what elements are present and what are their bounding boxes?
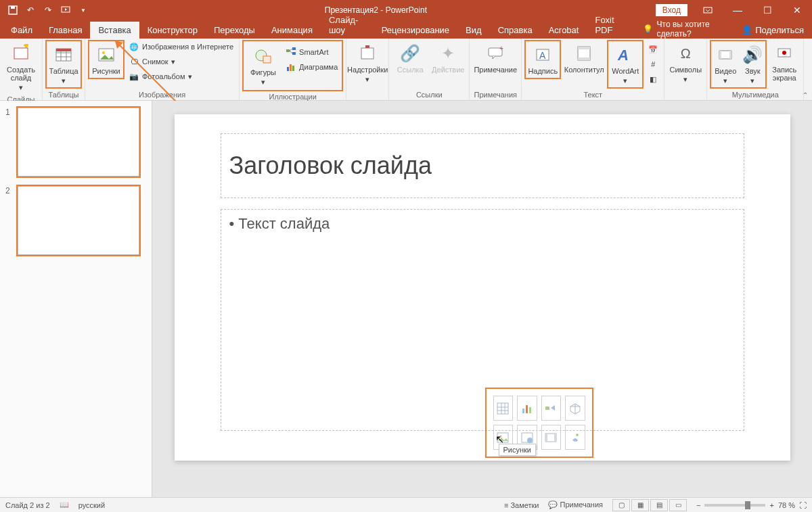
normal-view-icon[interactable]: ▢ xyxy=(612,499,630,511)
date-time-button[interactable]: 📅 xyxy=(645,43,661,56)
zoom-level[interactable]: 78 % xyxy=(778,501,795,509)
group-links: 🔗 Ссылка ✦ Действие Ссылки xyxy=(389,39,470,100)
insert-chart-icon[interactable] xyxy=(517,396,537,421)
symbols-button[interactable]: Ω Символы ▾ xyxy=(667,40,704,86)
undo-icon[interactable]: ↶ xyxy=(23,3,38,18)
object-button[interactable]: ◧ xyxy=(645,72,661,86)
comments-button[interactable]: 💬 Примечания xyxy=(548,501,603,509)
photo-album-icon: 📷 xyxy=(129,71,139,82)
tab-review[interactable]: Рецензирование xyxy=(374,22,457,39)
svg-text:A: A xyxy=(617,47,629,64)
online-pictures-button[interactable]: 🌐Изображения в Интернете xyxy=(126,40,236,53)
tab-view[interactable]: Вид xyxy=(457,22,490,39)
tab-acrobat[interactable]: Acrobat xyxy=(541,22,587,39)
smartart-button[interactable]: SmartArt xyxy=(283,45,340,59)
svg-text:A: A xyxy=(539,50,546,61)
close-icon[interactable]: ✕ xyxy=(782,0,812,20)
quick-access-toolbar: ↶ ↷ ▼ xyxy=(0,3,96,18)
addins-button[interactable]: Надстройки ▾ xyxy=(349,40,386,86)
svg-rect-46 xyxy=(522,409,524,413)
status-bar: Слайд 2 из 2 📖 русский ≡ Заметки 💬 Приме… xyxy=(0,497,812,512)
tab-transitions[interactable]: Переходы xyxy=(206,22,263,39)
pictures-button[interactable]: Рисунки xyxy=(88,40,125,79)
svg-rect-49 xyxy=(545,406,549,410)
spellcheck-icon[interactable]: 📖 xyxy=(60,501,69,509)
svg-rect-17 xyxy=(292,47,296,50)
insert-table-icon[interactable] xyxy=(493,396,514,421)
slideshow-view-icon[interactable]: ▭ xyxy=(669,499,687,511)
table-button[interactable]: Таблица ▾ xyxy=(45,40,82,89)
tab-foxit[interactable]: Foxit PDF xyxy=(587,11,634,39)
svg-rect-31 xyxy=(578,47,590,49)
title-text: Заголовок слайда xyxy=(229,152,432,180)
svg-rect-36 xyxy=(729,51,731,59)
qat-customize-icon[interactable]: ▼ xyxy=(76,3,91,18)
screen-recording-button[interactable]: Запись экрана xyxy=(768,40,800,85)
group-images: Рисунки 🌐Изображения в Интернете 🖵Снимок… xyxy=(85,39,240,100)
tab-slideshow[interactable]: Слайд-шоу xyxy=(321,11,374,39)
zoom-in-icon[interactable]: + xyxy=(769,501,773,509)
start-slideshow-icon[interactable] xyxy=(58,3,73,18)
title-placeholder[interactable]: Заголовок слайда xyxy=(221,133,744,198)
textbox-button[interactable]: A Надпись xyxy=(524,40,561,79)
video-button[interactable]: Видео ▾ xyxy=(711,41,740,87)
tab-animation[interactable]: Анимация xyxy=(263,22,321,39)
fit-to-window-icon[interactable]: ⛶ xyxy=(799,501,807,509)
sorter-view-icon[interactable]: ▦ xyxy=(631,499,649,511)
tab-help[interactable]: Справка xyxy=(490,22,541,39)
zoom-slider[interactable] xyxy=(704,504,765,507)
svg-rect-24 xyxy=(361,48,374,59)
group-slides: Создать слайд ▾ Слайды xyxy=(0,39,43,100)
slide-number-button[interactable]: # xyxy=(645,57,661,71)
insert-icon-icon[interactable] xyxy=(565,425,585,450)
reading-view-icon[interactable]: ▤ xyxy=(650,499,668,511)
tab-insert[interactable]: Вставка xyxy=(90,22,139,39)
svg-rect-48 xyxy=(529,407,531,413)
photo-album-button[interactable]: 📷Фотоальбом ▾ xyxy=(126,70,236,83)
share-button[interactable]: 👤 Поделиться xyxy=(734,22,812,39)
maximize-icon[interactable]: ☐ xyxy=(752,0,782,20)
chart-button[interactable]: Диаграмма xyxy=(283,60,340,74)
minimize-icon[interactable]: — xyxy=(723,0,752,20)
screenshot-button[interactable]: 🖵Снимок ▾ xyxy=(126,55,236,68)
group-label-symbols xyxy=(667,89,704,100)
work-area: 1 2 Заголовок слайда • Текст слайда xyxy=(0,101,812,497)
insert-video-icon[interactable] xyxy=(541,425,562,450)
insert-smartart-icon[interactable] xyxy=(541,396,562,421)
tell-me-box[interactable]: 💡 Что вы хотите сделать? xyxy=(635,20,734,39)
notes-button[interactable]: ≡ Заметки xyxy=(504,501,539,509)
tab-design[interactable]: Конструктор xyxy=(139,22,206,39)
collapse-ribbon-icon[interactable]: ⌃ xyxy=(803,91,808,99)
slide-counter[interactable]: Слайд 2 из 2 xyxy=(5,501,50,509)
ribbon-options-icon[interactable] xyxy=(693,0,723,20)
thumbnail-1[interactable]: 1 xyxy=(5,108,146,177)
redo-icon[interactable]: ↷ xyxy=(41,3,55,18)
thumb-number: 1 xyxy=(5,108,14,177)
svg-rect-3 xyxy=(704,7,712,13)
headerfooter-button[interactable]: Колонтитул xyxy=(562,40,606,76)
body-text: • Текст слайда xyxy=(229,215,736,233)
content-placeholder[interactable]: • Текст слайда ↖ Рисунки xyxy=(221,209,744,431)
new-slide-button[interactable]: Создать слайд ▾ xyxy=(3,40,39,94)
slide-canvas[interactable]: Заголовок слайда • Текст слайда ↖ Рисунк… xyxy=(175,114,790,461)
svg-line-20 xyxy=(290,51,292,53)
comment-button[interactable]: + Примечание xyxy=(472,40,518,76)
tab-file[interactable]: Файл xyxy=(3,22,41,39)
shapes-button[interactable]: Фигуры ▾ xyxy=(245,43,281,89)
sign-in-button[interactable]: Вход xyxy=(656,4,687,16)
ribbon-tabs: Файл Главная Вставка Конструктор Переход… xyxy=(0,20,812,39)
save-icon[interactable] xyxy=(5,3,20,18)
svg-point-51 xyxy=(500,435,502,437)
language-label[interactable]: русский xyxy=(78,501,105,509)
tab-home[interactable]: Главная xyxy=(41,22,90,39)
wordart-button[interactable]: A WordArt ▾ xyxy=(607,40,644,89)
insert-3dmodel-icon[interactable] xyxy=(565,396,585,421)
chart-icon xyxy=(286,62,296,72)
svg-rect-15 xyxy=(263,56,271,63)
zoom-out-icon[interactable]: − xyxy=(696,501,700,509)
group-comments: + Примечание Примечания xyxy=(470,39,522,100)
action-button: ✦ Действие xyxy=(430,40,466,76)
audio-button[interactable]: 🔊 Звук ▾ xyxy=(740,41,765,87)
thumbnail-2[interactable]: 2 xyxy=(5,186,146,255)
action-icon: ✦ xyxy=(437,43,459,64)
